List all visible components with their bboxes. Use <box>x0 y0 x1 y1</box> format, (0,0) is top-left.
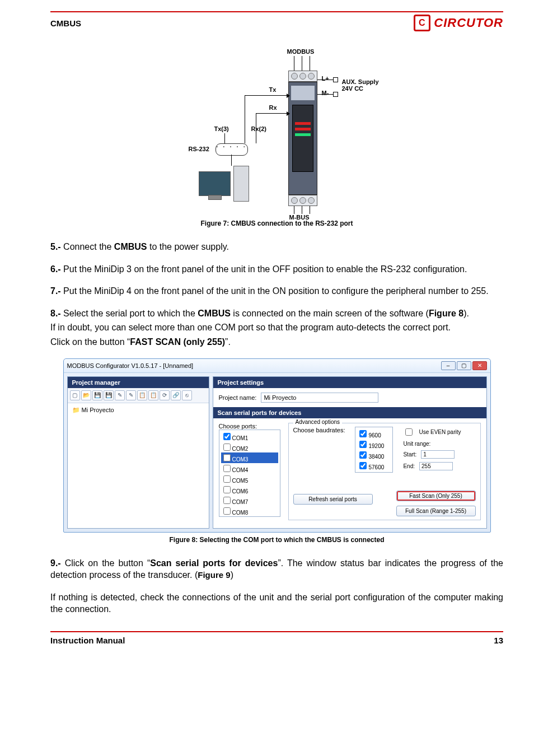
port-checkbox[interactable] <box>223 507 231 515</box>
figure-7-diagram: MODBUS L+ M- AUX. Supply 24V CC Tx Rx <box>143 48 411 216</box>
tool2-icon[interactable]: ✎ <box>126 390 136 400</box>
paste-icon[interactable]: 📋 <box>148 390 158 400</box>
port-checkbox[interactable] <box>223 444 231 451</box>
port-item[interactable]: COM1 <box>221 431 278 442</box>
label-mbus: M-BUS <box>289 214 310 221</box>
window-title: MODBUS Configurator V1.0.5.17 - [Unnamed… <box>67 362 194 369</box>
brand-logo: C CIRCUTOR <box>414 15 503 31</box>
folder-icon: 📁 <box>72 407 80 413</box>
unit-range-label: Unit range: <box>403 441 461 447</box>
choose-ports-label: Choose ports: <box>219 423 280 430</box>
even-parity-label: Use EVEN parity <box>419 429 461 435</box>
link-icon[interactable]: 🔗 <box>171 390 181 400</box>
figure-8-screenshot: MODBUS Configurator V1.0.5.17 - [Unnamed… <box>63 358 491 533</box>
choose-baud-label: Choose baudrates: <box>293 427 345 433</box>
new-icon[interactable]: ▢ <box>70 390 80 400</box>
saveas-icon[interactable]: 💾 <box>104 390 114 400</box>
pc-icon <box>199 166 255 205</box>
step-7-num: 7.- <box>50 286 61 296</box>
project-settings-header: Project settings <box>213 377 486 388</box>
figure-7-caption: Figure 7: CMBUS connection to the RS-232… <box>50 220 503 227</box>
brand-logo-icon: C <box>414 15 430 31</box>
label-tx: Tx <box>269 86 277 93</box>
tool-icon[interactable]: ✎ <box>115 390 125 400</box>
open-icon[interactable]: 📂 <box>81 390 91 400</box>
port-item[interactable]: COM3 <box>221 452 278 463</box>
port-item[interactable]: COM8 <box>221 506 278 516</box>
baud-listbox[interactable]: 9600192003840057600 <box>355 427 393 473</box>
label-rx: Rx <box>269 104 277 111</box>
port-item[interactable]: COM7 <box>221 495 278 506</box>
full-scan-button[interactable]: Full Scan (Range 1-255) <box>396 506 476 516</box>
terminal-block-bottom <box>288 195 317 206</box>
page-number: 13 <box>494 636 503 645</box>
baud-checkbox[interactable] <box>359 430 367 437</box>
port-item[interactable]: COM4 <box>221 463 278 474</box>
tree-root[interactable]: Mi Proyecto <box>82 407 114 413</box>
fast-scan-button[interactable]: Fast Scan (Only 255) <box>396 491 476 501</box>
label-tx3: Tx(3) <box>214 125 229 132</box>
refresh-ports-button[interactable]: Refresh serial ports <box>293 494 373 505</box>
advanced-options-legend: Advanced options <box>293 419 343 425</box>
port-checkbox[interactable] <box>223 486 231 493</box>
port-item[interactable]: COM2 <box>221 442 278 452</box>
baud-checkbox[interactable] <box>359 441 367 448</box>
port-item[interactable]: COM6 <box>221 484 278 495</box>
step-5-num: 5.- <box>50 242 61 251</box>
exit-icon[interactable]: ⎋ <box>182 390 192 400</box>
ports-listbox[interactable]: COM1COM2COM3COM4COM5COM6COM7COM8COM9COM1… <box>219 430 280 517</box>
scan-ports-header: Scan serial ports for devices <box>213 407 486 418</box>
brand-name: CIRCUTOR <box>434 16 503 30</box>
step-6-num: 6.- <box>50 264 61 274</box>
rs232-connector <box>216 143 248 156</box>
terminal-block-top <box>288 71 317 82</box>
end-label: End: <box>403 463 415 469</box>
copy-icon[interactable]: 📋 <box>137 390 147 400</box>
project-name-input[interactable] <box>261 393 378 403</box>
port-item[interactable]: COM5 <box>221 474 278 484</box>
window-maximize-button[interactable]: ▢ <box>457 361 471 370</box>
baud-item[interactable]: 57600 <box>357 460 391 471</box>
project-manager-header: Project manager <box>68 377 209 388</box>
baud-checkbox[interactable] <box>359 451 367 459</box>
label-modbus: MODBUS <box>287 48 315 55</box>
label-lplus: L+ <box>322 75 329 82</box>
window-close-button[interactable]: ✕ <box>472 361 487 370</box>
project-name-label: Project name: <box>219 394 257 401</box>
step-8-num: 8.- <box>50 309 61 318</box>
label-aux-supply: AUX. Supply 24V CC <box>342 78 379 92</box>
even-parity-checkbox[interactable] <box>405 428 413 436</box>
doc-header-left: CMBUS <box>50 18 81 28</box>
baud-item[interactable]: 38400 <box>357 450 391 460</box>
start-input[interactable] <box>421 450 455 459</box>
save-icon[interactable]: 💾 <box>92 390 102 400</box>
refresh-icon[interactable]: ⟳ <box>160 390 170 400</box>
port-item[interactable]: COM9 <box>221 516 278 517</box>
figure-8-caption: Figure 8: Selecting the COM port to whic… <box>50 536 503 544</box>
step-9-num: 9.- <box>50 558 61 568</box>
footer-left: Instruction Manual <box>50 636 125 645</box>
window-minimize-button[interactable]: – <box>441 361 456 370</box>
port-checkbox[interactable] <box>223 465 231 472</box>
port-checkbox[interactable] <box>223 433 231 440</box>
label-mminus: M- <box>322 90 329 96</box>
cmbus-device <box>288 82 317 195</box>
baud-item[interactable]: 9600 <box>357 428 391 439</box>
start-label: Start: <box>403 451 416 458</box>
port-checkbox[interactable] <box>223 497 231 504</box>
baud-checkbox[interactable] <box>359 462 367 469</box>
project-manager-toolbar: ▢ 📂 💾 💾 ✎ ✎ 📋 📋 ⟳ 🔗 ⎋ <box>68 388 209 403</box>
end-input[interactable] <box>419 462 453 470</box>
label-rs232: RS-232 <box>189 146 209 152</box>
baud-item[interactable]: 19200 <box>357 439 391 450</box>
label-rx2: Rx(2) <box>251 125 267 132</box>
port-checkbox[interactable] <box>223 475 231 483</box>
port-checkbox[interactable] <box>223 454 231 461</box>
